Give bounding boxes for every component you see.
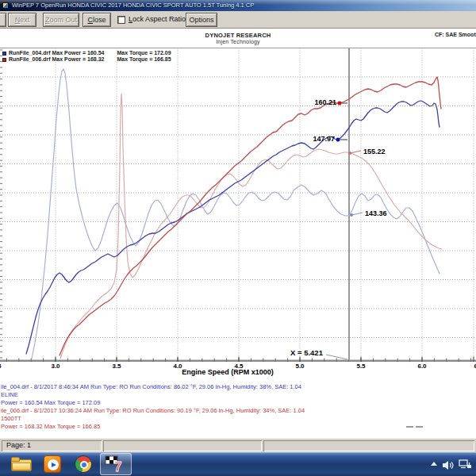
x-tick-label: 5.5	[351, 363, 370, 370]
correction-factor-note: CF: SAE Smoot	[435, 32, 476, 37]
chrome-icon[interactable]	[75, 455, 92, 473]
label-connector	[350, 151, 361, 153]
x-tick-label: 2.5	[0, 363, 6, 370]
toolbar: Next Zoom Out Close Lock Aspect Ratio Op…	[0, 11, 476, 29]
lock-aspect-ratio-label: Lock Aspect Ratio	[129, 15, 186, 23]
cursor-marker	[350, 213, 353, 217]
x-tick-label: 6.0	[413, 363, 432, 370]
zoom-out-button[interactable]: Zoom Out	[43, 13, 79, 27]
run-info-line: ile_006.drf - 8/1/2017 10:36:24 AM Run T…	[1, 407, 305, 414]
previous-button-partial[interactable]	[0, 13, 6, 27]
run-info-line: ELINE	[1, 391, 18, 398]
taskbar	[0, 452, 476, 476]
splitter-grip-dash[interactable]	[416, 426, 423, 428]
window-titlebar[interactable]: WinPEP 7 OpenRun HONDA CIVIC 2017 HONDA …	[0, 0, 476, 11]
chart-subtitle: Injen Technology	[0, 39, 476, 44]
lock-aspect-ratio-checkbox[interactable]	[117, 16, 125, 24]
x-tick-label: 4.5	[229, 363, 248, 370]
run-info-line: 1500TT	[1, 415, 21, 422]
chart-company-title: DYNOJET RESEARCH	[0, 32, 476, 39]
cursor-value-power-red: 160.21	[305, 98, 336, 106]
windows-explorer-icon[interactable]	[11, 457, 32, 471]
options-button[interactable]: Options	[186, 13, 217, 27]
next-button[interactable]: Next	[8, 13, 36, 27]
x-tick-label: 5.0	[290, 363, 309, 370]
window-title: WinPEP 7 OpenRun HONDA CIVIC 2017 HONDA …	[12, 0, 254, 11]
x-tick-label: 3.5	[107, 363, 126, 370]
cursor-marker	[348, 152, 351, 155]
status-panel-3	[263, 440, 474, 451]
splitter-grip-dash[interactable]	[406, 426, 413, 428]
cursor-x-readout: X = 5.421	[290, 348, 323, 357]
cursor-value-torque-red: 155.22	[363, 148, 386, 155]
status-panel-2	[103, 440, 262, 451]
run-info-line: ile_004.drf - 8/1/2017 8:46:34 AM Run Ty…	[1, 383, 301, 390]
volume-icon[interactable]	[442, 459, 454, 474]
run-info-line: Power = 160.54 Max Torque = 172.09	[1, 399, 100, 406]
taskbar-gloss	[0, 452, 476, 453]
cursor-marker	[338, 102, 342, 106]
winpep7-icon[interactable]: 7	[105, 455, 125, 476]
series-runfile-006-drf-torque	[60, 94, 442, 359]
x-tick-label: 4.0	[168, 363, 187, 370]
x-axis-line	[0, 360, 476, 363]
show-hidden-icons-arrow[interactable]	[431, 462, 437, 466]
x-tick-label: 3.0	[46, 363, 65, 370]
cursor-value-power-blue: 147.97	[303, 135, 335, 143]
media-player-icon[interactable]	[44, 455, 61, 473]
network-icon[interactable]	[459, 459, 473, 474]
page-indicator: Page: 1	[6, 441, 31, 449]
screen: WinPEP 7 OpenRun HONDA CIVIC 2017 HONDA …	[0, 0, 476, 476]
close-button[interactable]: Close	[83, 13, 111, 27]
cursor-value-torque-blue: 143.36	[365, 209, 387, 217]
run-info-line: Power = 168.32 Max Torque = 166.85	[1, 423, 100, 430]
x-tick-label: 6.5	[469, 363, 476, 370]
status-bar: Page: 1	[0, 438, 476, 452]
dyno-plot[interactable]	[0, 48, 476, 362]
cursor-marker	[336, 138, 340, 142]
app-icon	[2, 2, 9, 9]
svg-text:7: 7	[114, 459, 121, 473]
